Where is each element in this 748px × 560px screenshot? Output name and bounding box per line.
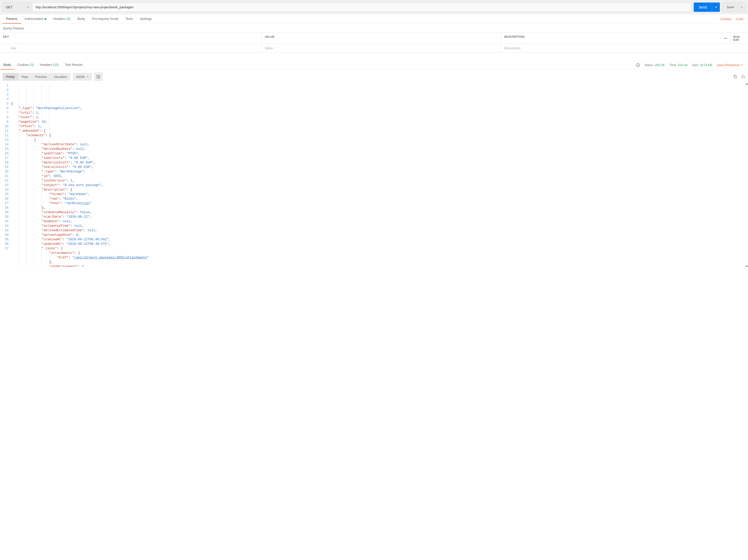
headers-count: (15) xyxy=(53,63,59,67)
tab-label: Headers xyxy=(53,17,66,21)
query-params-table: KEY VALUE DESCRIPTION ••• Bulk Edit Key … xyxy=(0,33,748,53)
col-description: DESCRIPTION xyxy=(501,33,721,44)
table-header-row: KEY VALUE DESCRIPTION ••• Bulk Edit xyxy=(0,33,748,44)
save-button-group: Save ▼ xyxy=(722,2,746,12)
view-raw[interactable]: Raw xyxy=(18,73,32,81)
tab-authorization[interactable]: Authorization xyxy=(21,14,50,24)
svg-line-2 xyxy=(744,77,745,78)
code-link[interactable]: Code xyxy=(734,15,746,23)
response-section: Body Cookies (3) Headers (15) Test Resul… xyxy=(0,60,748,267)
cookies-link[interactable]: Cookies xyxy=(718,15,734,23)
http-method-select[interactable]: GET ▼ xyxy=(2,2,32,12)
bulk-edit-link[interactable]: Bulk Edit xyxy=(730,33,748,44)
size-meta: Size: 19.74 KB xyxy=(692,63,712,67)
view-visualize[interactable]: Visualize xyxy=(50,73,70,81)
more-options-icon[interactable]: ••• xyxy=(721,33,730,44)
save-dropdown[interactable]: ▼ xyxy=(739,2,746,12)
resp-tab-body[interactable]: Body xyxy=(0,60,14,70)
size-label: Size: xyxy=(692,63,699,67)
format-select[interactable]: JSON ▼ xyxy=(73,73,92,81)
search-icon[interactable] xyxy=(741,74,746,79)
size-value: 19.74 KB xyxy=(700,63,712,67)
tab-body[interactable]: Body xyxy=(74,14,89,24)
save-button[interactable]: Save xyxy=(722,2,739,12)
col-value: VALUE xyxy=(262,33,501,44)
tab-params[interactable]: Params xyxy=(2,14,21,24)
tab-tests[interactable]: Tests xyxy=(122,14,137,24)
save-response-label: Save Response xyxy=(717,63,740,67)
resp-tab-headers[interactable]: Headers (15) xyxy=(37,60,62,70)
status-meta: Status: 200 OK xyxy=(645,63,665,67)
description-input[interactable]: Description xyxy=(501,44,748,52)
status-value: 200 OK xyxy=(655,63,665,67)
request-bar: GET ▼ Send ▼ Save ▼ xyxy=(0,0,748,14)
chevron-down-icon: ▼ xyxy=(741,6,743,8)
key-input[interactable]: Key xyxy=(0,44,262,52)
wrap-lines-button[interactable] xyxy=(94,72,102,81)
time-value: 524 ms xyxy=(678,63,688,67)
send-button-group: Send ▼ xyxy=(694,2,720,12)
save-response-dropdown[interactable]: Save Response ▼ xyxy=(717,63,743,67)
response-body-editor[interactable]: 1234567891011121314151617181920212223242… xyxy=(0,84,748,267)
format-value: JSON xyxy=(76,75,85,79)
request-tabs: Params Authorization Headers (9) Body Pr… xyxy=(0,14,748,24)
chevron-down-icon: ▼ xyxy=(87,75,89,78)
tab-label: Cookies xyxy=(17,63,29,67)
view-mode-group: Pretty Raw Preview Visualize xyxy=(2,73,70,81)
chevron-down-icon: ▼ xyxy=(741,64,743,66)
svg-rect-0 xyxy=(734,76,737,78)
scrollbar-marker xyxy=(746,84,748,85)
resp-tab-tests[interactable]: Test Results xyxy=(62,60,86,70)
tab-prerequest[interactable]: Pre-request Script xyxy=(89,14,122,24)
view-pretty[interactable]: Pretty xyxy=(2,73,18,81)
tab-headers[interactable]: Headers (9) xyxy=(50,14,74,24)
code-content[interactable]: { "_type": "WorkPackageCollection", "tot… xyxy=(11,84,748,267)
url-input[interactable] xyxy=(32,2,691,12)
headers-count: (9) xyxy=(66,17,70,21)
time-label: Time: xyxy=(670,63,677,67)
col-key: KEY xyxy=(0,33,262,44)
response-tabs: Body Cookies (3) Headers (15) Test Resul… xyxy=(0,60,748,70)
auth-indicator-dot xyxy=(45,18,46,20)
time-meta: Time: 524 ms xyxy=(670,63,688,67)
value-input[interactable]: Value xyxy=(262,44,501,52)
response-meta: Status: 200 OK Time: 524 ms Size: 19.74 … xyxy=(636,63,746,67)
status-label: Status: xyxy=(645,63,654,67)
response-toolbar: Pretty Raw Preview Visualize JSON ▼ xyxy=(0,70,748,84)
tab-label: Headers xyxy=(40,63,52,67)
cookies-count: (3) xyxy=(30,63,34,67)
send-dropdown[interactable]: ▼ xyxy=(712,2,720,12)
scrollbar-marker xyxy=(746,265,748,267)
line-number-gutter: 1234567891011121314151617181920212223242… xyxy=(0,84,11,267)
copy-icon[interactable] xyxy=(733,74,738,79)
table-row: Key Value Description xyxy=(0,44,748,52)
chevron-down-icon: ▼ xyxy=(27,6,29,8)
send-button[interactable]: Send xyxy=(694,2,712,12)
http-method-value: GET xyxy=(6,5,13,9)
tab-label: Authorization xyxy=(24,17,44,21)
tab-settings[interactable]: Settings xyxy=(137,14,155,24)
svg-point-1 xyxy=(742,75,744,78)
globe-icon[interactable] xyxy=(636,63,640,67)
resp-tab-cookies[interactable]: Cookies (3) xyxy=(14,60,37,70)
chevron-down-icon: ▼ xyxy=(715,6,717,8)
query-params-title: Query Params xyxy=(0,24,748,33)
view-preview[interactable]: Preview xyxy=(32,73,50,81)
